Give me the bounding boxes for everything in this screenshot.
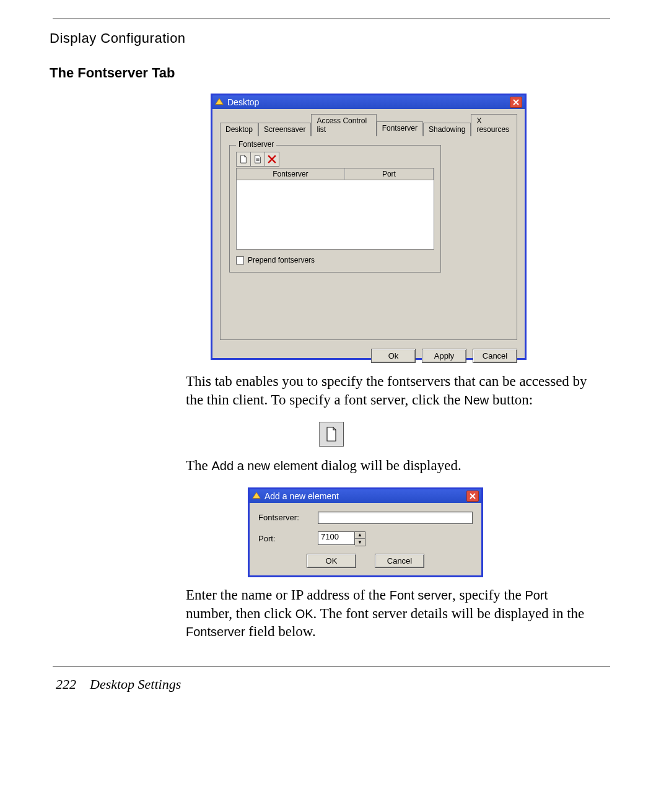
page-footer: 222 Desktop Settings <box>50 676 613 692</box>
page-header: Display Configuration <box>50 30 613 46</box>
port-input[interactable]: 7100 <box>318 531 355 545</box>
close-icon[interactable] <box>466 491 479 502</box>
tab-fontserver[interactable]: Fontserver <box>377 121 423 136</box>
ui-term-new: New <box>464 393 489 407</box>
add-element-window: Add a new element Fontserver: Port: 7100… <box>248 487 483 577</box>
tab-shadowing[interactable]: Shadowing <box>423 123 471 136</box>
tab-x-resources[interactable]: X resources <box>471 114 517 136</box>
desktop-window-title: Desktop <box>227 97 259 107</box>
tab-desktop[interactable]: Desktop <box>220 123 258 136</box>
fontserver-input[interactable] <box>318 512 473 524</box>
text: button: <box>489 392 533 408</box>
spinner-down-icon[interactable]: ▼ <box>355 539 365 546</box>
add-ok-button[interactable]: OK <box>307 554 356 568</box>
column-header-port[interactable]: Port <box>345 168 434 180</box>
paragraph-2: The Add a new element dialog will be dis… <box>186 456 595 475</box>
port-label: Port: <box>258 534 318 543</box>
add-cancel-button[interactable]: Cancel <box>375 554 424 568</box>
tab-screensaver[interactable]: Screensaver <box>258 123 311 136</box>
fontserver-label: Fontserver: <box>258 513 318 522</box>
section-heading: The Fontserver Tab <box>50 65 613 81</box>
ui-term-port: Port <box>525 588 548 602</box>
tab-access-control-list[interactable]: Access Control list <box>311 114 376 136</box>
delete-button[interactable] <box>265 152 279 167</box>
text: field below. <box>245 624 316 639</box>
fontserver-fieldset: Fontserver Font <box>229 145 441 273</box>
paragraph-1: This tab enables you to specify the font… <box>186 372 595 409</box>
text: The <box>186 458 212 473</box>
fontserver-list[interactable]: Fontserver Port <box>236 168 434 250</box>
text: Enter the name or IP address of the <box>186 587 390 603</box>
paragraph-3: Enter the name or IP address of the Font… <box>186 586 595 642</box>
text: number, then click <box>186 606 295 621</box>
text: , specify the <box>452 587 525 603</box>
tabs: Desktop Screensaver Access Control list … <box>220 114 517 136</box>
add-element-title: Add a new element <box>265 491 339 501</box>
ui-term-fontserver-field: Fontserver <box>186 625 245 639</box>
close-icon[interactable] <box>510 97 522 108</box>
prepend-fontservers-checkbox[interactable] <box>236 256 244 264</box>
ui-term-font-server: Font server <box>390 588 452 602</box>
prepend-fontservers-label: Prepend fontservers <box>248 256 315 264</box>
desktop-window: Desktop Desktop Screensaver Access Contr… <box>211 94 527 360</box>
text: . The font server details will be displa… <box>313 606 585 621</box>
spinner-up-icon[interactable]: ▲ <box>355 532 365 539</box>
ui-term-ok: OK <box>295 607 313 621</box>
new-button-illustration <box>319 422 344 447</box>
cancel-button[interactable]: Cancel <box>473 349 517 363</box>
new-button[interactable] <box>236 152 251 167</box>
apply-button[interactable]: Apply <box>422 349 466 363</box>
column-header-fontserver[interactable]: Fontserver <box>237 168 345 180</box>
fieldset-legend: Fontserver <box>236 140 276 149</box>
window-icon <box>215 98 224 107</box>
ok-button[interactable]: Ok <box>371 349 416 363</box>
port-spinner[interactable]: ▲ ▼ <box>355 531 365 546</box>
page-number: 222 <box>56 676 76 692</box>
edit-button[interactable] <box>251 152 265 167</box>
window-icon <box>252 492 261 500</box>
add-element-titlebar: Add a new element <box>250 489 481 503</box>
ui-term-add-element: Add a new element <box>212 459 318 473</box>
text: dialog will be displayed. <box>318 458 461 473</box>
footer-section: Desktop Settings <box>90 676 181 692</box>
desktop-titlebar: Desktop <box>212 95 525 109</box>
